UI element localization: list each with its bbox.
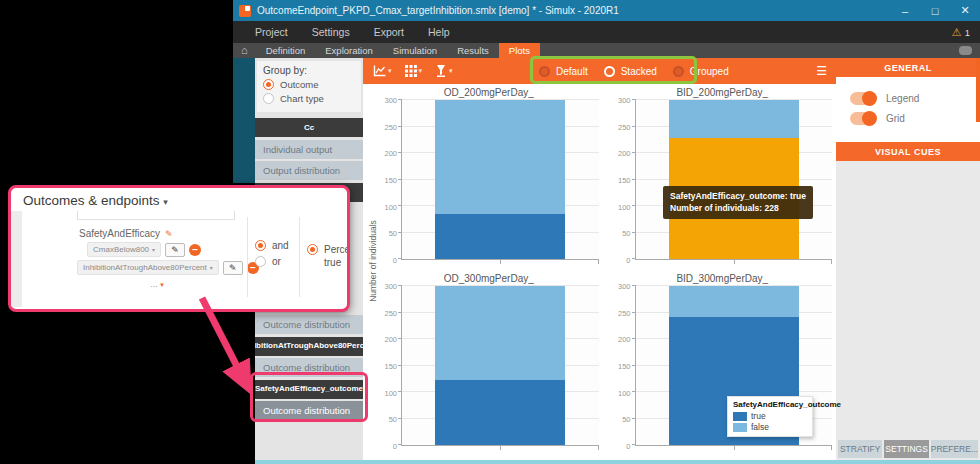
y-tick-mark [632, 312, 636, 313]
y-tick-label: 100 [384, 202, 397, 211]
toggle-label: Grid [886, 113, 905, 124]
y-tick-mark [632, 365, 636, 366]
caret-down-icon: ▾ [388, 67, 392, 75]
home-icon[interactable]: ⌂ [241, 45, 248, 56]
chart-od_200mgperday: OD_200mgPerDay_050100150200250300 [379, 84, 599, 268]
close-button[interactable]: ✕ [950, 0, 980, 21]
y-tick-mark [398, 391, 402, 392]
toggle-knob [862, 111, 877, 126]
radio-icon[interactable] [263, 79, 274, 90]
tab-exploration[interactable]: Exploration [315, 43, 383, 58]
caret-down-icon: ▾ [152, 246, 155, 253]
y-tick-mark [632, 99, 636, 100]
menu-project[interactable]: Project [243, 26, 300, 38]
minimize-button[interactable]: – [890, 0, 920, 21]
export-icon[interactable]: ▾ [435, 65, 453, 77]
logic-options: andor [255, 237, 289, 271]
settings-panel: GENERAL LegendGrid VISUAL CUES STRATIFYS… [836, 58, 980, 464]
layout-grid-icon[interactable]: ▾ [405, 65, 423, 77]
group-by-option-label: Chart type [280, 93, 324, 104]
chart-title: BID_200mgPerDay_ [613, 84, 833, 100]
bar-segment-true[interactable] [435, 214, 565, 259]
titlebar: OutcomeEndpoint_PKPD_Cmax_targetInhibiti… [233, 0, 980, 21]
hamburger-menu-icon[interactable]: ☰ [816, 64, 826, 78]
option-label: or [272, 256, 281, 269]
y-tick-mark [632, 418, 636, 419]
option-label: Percent true [324, 244, 350, 269]
y-tick-label: 200 [618, 149, 631, 158]
tab-definition[interactable]: Definition [256, 43, 316, 58]
warning-icon[interactable]: ⚠ [952, 26, 962, 39]
criterion-row: CmaxBelow800▾✎− [87, 242, 237, 257]
y-tick-label: 250 [618, 122, 631, 131]
x-tick-mark [500, 260, 501, 264]
y-tick-mark [632, 126, 636, 127]
group-by-option-chart-type[interactable]: Chart type [263, 93, 355, 104]
edit-criterion-button[interactable]: ✎ [223, 261, 243, 275]
legend-swatch [733, 412, 747, 421]
y-tick-label: 300 [618, 96, 631, 105]
caret-down-icon: ▾ [419, 67, 423, 75]
metric-option-percent-true[interactable]: Percent true [307, 244, 350, 269]
chart-title: BID_300mgPerDay_ [613, 270, 833, 286]
legend-toggle[interactable] [850, 92, 876, 105]
overlay-gutter [11, 211, 22, 307]
panel-tab-settings[interactable]: SETTINGS [884, 440, 928, 458]
y-tick-mark [632, 444, 636, 445]
remove-criterion-button[interactable]: − [189, 244, 201, 256]
sidebar-header[interactable]: InhibitionAtTroughAbove80Percent [255, 337, 363, 356]
menu-settings[interactable]: Settings [300, 26, 362, 38]
menu-export[interactable]: Export [362, 26, 416, 38]
y-tick-label: 0 [393, 442, 397, 451]
bar-segment-false[interactable] [669, 100, 799, 138]
group-by-option-outcome[interactable]: Outcome [263, 79, 355, 90]
panel-tab-prefere[interactable]: PREFERE... [931, 440, 978, 458]
grid-toggle[interactable] [850, 112, 876, 125]
overlay-title[interactable]: Outcomes & endpoints ▾ [11, 188, 347, 211]
radio-icon[interactable] [255, 256, 266, 267]
radio-icon[interactable] [263, 93, 274, 104]
plot-box [401, 286, 599, 446]
radio-icon[interactable] [307, 244, 318, 255]
menu-help[interactable]: Help [416, 26, 462, 38]
sidebar-item[interactable]: Output distribution [255, 161, 363, 180]
feedback-bubble-icon[interactable] [959, 46, 972, 55]
visual-cues-section-header[interactable]: VISUAL CUES [836, 142, 980, 161]
legend-rows: truefalse [733, 411, 807, 432]
y-axis-ticks: 050100150200250300 [613, 286, 635, 446]
maximize-button[interactable]: □ [920, 0, 950, 21]
y-tick-mark [398, 365, 402, 366]
legend-swatch [733, 423, 747, 432]
legend-entry-true: true [733, 411, 807, 421]
edit-pencil-icon[interactable]: ✎ [165, 229, 173, 239]
caret-down-icon: ▾ [160, 281, 164, 288]
criterion-dropdown[interactable]: CmaxBelow800▾ [87, 242, 161, 257]
bar-segment-false[interactable] [435, 100, 565, 214]
tab-results[interactable]: Results [447, 43, 499, 58]
bar-segment-false[interactable] [669, 286, 799, 317]
criterion-dropdown[interactable]: InhibitionAtTroughAbove80Percent▾ [77, 260, 219, 275]
bar-segment-false[interactable] [435, 286, 565, 380]
y-tick-label: 250 [384, 308, 397, 317]
y-tick-mark [398, 312, 402, 313]
chart-type-icon[interactable]: ▾ [373, 65, 392, 77]
radio-icon[interactable] [255, 240, 266, 251]
stage: OutcomeEndpoint_PKPD_Cmax_targetInhibiti… [0, 0, 980, 464]
y-tick-label: 100 [618, 202, 631, 211]
y-tick-label: 250 [384, 122, 397, 131]
sidebar-item[interactable]: Outcome distribution [255, 315, 363, 334]
y-tick-label: 100 [618, 388, 631, 397]
general-section-header[interactable]: GENERAL [836, 58, 980, 77]
add-more-criteria[interactable]: ... ▾ [77, 279, 237, 289]
logic-option-and[interactable]: and [255, 240, 289, 253]
edit-criterion-button[interactable]: ✎ [165, 243, 185, 257]
panel-scrollbar[interactable] [976, 58, 980, 122]
sidebar-header[interactable]: Cc [255, 118, 363, 137]
caret-down-icon: ▾ [210, 264, 213, 271]
panel-tab-stratify[interactable]: STRATIFY [838, 440, 882, 458]
sidebar-item[interactable]: Individual output [255, 140, 363, 159]
bar-segment-true[interactable] [435, 380, 565, 445]
tab-simulation[interactable]: Simulation [383, 43, 447, 58]
logic-option-or[interactable]: or [255, 256, 289, 269]
simulx-app-icon [239, 5, 251, 17]
